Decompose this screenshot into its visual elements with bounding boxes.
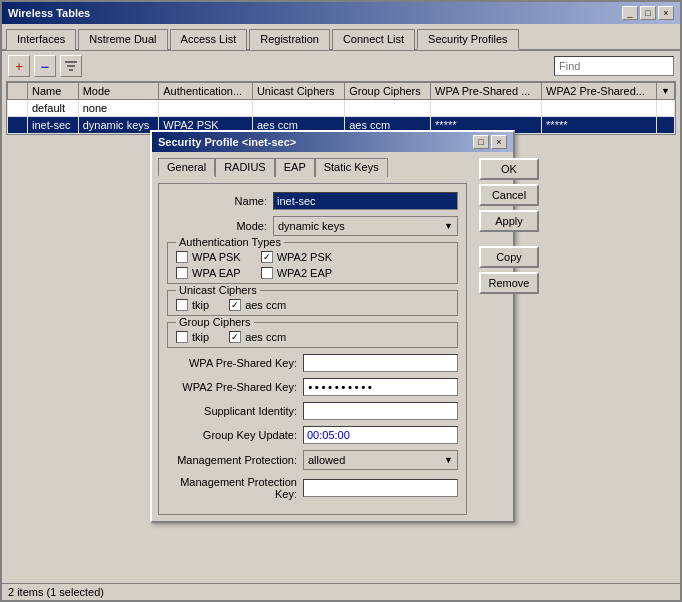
tab-access-list[interactable]: Access List: [170, 29, 248, 50]
wpa-eap-checkbox[interactable]: [176, 267, 188, 279]
col-wpa[interactable]: WPA Pre-Shared ...: [431, 83, 542, 100]
wpa2-psk-checkbox[interactable]: [261, 251, 273, 263]
mgmt-protection-arrow: ▼: [444, 455, 453, 465]
wpa-key-row: WPA Pre-Shared Key:: [167, 354, 458, 372]
supplicant-identity-row: Supplicant Identity:: [167, 402, 458, 420]
mode-field-row: Mode: dynamic keys ▼: [167, 216, 458, 236]
group-ciphers-group: Group Ciphers tkip aes ccm: [167, 322, 458, 348]
wpa2-key-input[interactable]: [303, 378, 458, 396]
group-tkip-item: tkip: [176, 331, 209, 343]
row-extra: [657, 100, 675, 117]
mgmt-protection-label: Management Protection:: [167, 454, 297, 466]
auth-types-label: Authentication Types: [176, 236, 284, 248]
table-row[interactable]: default none: [8, 100, 675, 117]
mgmt-protection-select[interactable]: allowed ▼: [303, 450, 458, 470]
status-text: 2 items (1 selected): [8, 586, 104, 598]
tab-bar: Interfaces Nstreme Dual Access List Regi…: [2, 24, 680, 51]
wpa-eap-item: WPA EAP: [176, 267, 241, 279]
tab-registration[interactable]: Registration: [249, 29, 330, 50]
group-key-update-input[interactable]: [303, 426, 458, 444]
title-bar: Wireless Tables _ □ ×: [2, 2, 680, 24]
wpa2-psk-item: WPA2 PSK: [261, 251, 332, 263]
wpa-eap-label: WPA EAP: [192, 267, 241, 279]
dialog-left-panel: General RADIUS EAP Static Keys Name:: [152, 152, 473, 521]
search-input[interactable]: [554, 56, 674, 76]
mgmt-protection-key-row: Management Protection Key:: [167, 476, 458, 500]
col-mode[interactable]: Mode: [78, 83, 159, 100]
filter-icon: [64, 59, 78, 73]
tab-security-profiles[interactable]: Security Profiles: [417, 29, 518, 50]
ok-button[interactable]: OK: [479, 158, 539, 180]
cancel-button[interactable]: Cancel: [479, 184, 539, 206]
minimize-button[interactable]: _: [622, 6, 638, 20]
mgmt-protection-key-input[interactable]: [303, 479, 458, 497]
name-field-row: Name:: [167, 192, 458, 210]
mode-select-value: dynamic keys: [278, 220, 345, 232]
dialog-tab-content: Name: Mode: dynamic keys ▼: [158, 183, 467, 515]
copy-button[interactable]: Copy: [479, 246, 539, 268]
supplicant-identity-input[interactable]: [303, 402, 458, 420]
wpa-psk-label: WPA PSK: [192, 251, 241, 263]
toolbar: + −: [2, 51, 680, 81]
table-container: Name Mode Authentication... Unicast Ciph…: [6, 81, 676, 135]
unicast-aes-checkbox[interactable]: [229, 299, 241, 311]
dialog-tab-radius[interactable]: RADIUS: [215, 158, 275, 177]
unicast-aes-item: aes ccm: [229, 299, 286, 311]
col-wpa2[interactable]: WPA2 Pre-Shared...: [542, 83, 657, 100]
security-profiles-table: Name Mode Authentication... Unicast Ciph…: [7, 82, 675, 134]
unicast-tkip-checkbox[interactable]: [176, 299, 188, 311]
dialog-tab-static-keys[interactable]: Static Keys: [315, 158, 388, 177]
dialog-right-panel: OK Cancel Apply Copy Remove: [473, 152, 543, 521]
dialog-maximize-button[interactable]: □: [473, 135, 489, 149]
group-aes-checkbox[interactable]: [229, 331, 241, 343]
col-auth[interactable]: Authentication...: [159, 83, 253, 100]
col-group[interactable]: Group Ciphers: [345, 83, 431, 100]
mgmt-protection-key-label: Management Protection Key:: [167, 476, 297, 500]
unicast-tkip-item: tkip: [176, 299, 209, 311]
name-label: Name:: [167, 195, 267, 207]
dialog-tab-bar: General RADIUS EAP Static Keys: [158, 158, 467, 177]
tab-interfaces[interactable]: Interfaces: [6, 29, 76, 50]
dialog-tab-general[interactable]: General: [158, 158, 215, 177]
wpa2-key-label: WPA2 Pre-Shared Key:: [167, 381, 297, 393]
dialog-close-button[interactable]: ×: [491, 135, 507, 149]
unicast-aes-label: aes ccm: [245, 299, 286, 311]
row-mode: dynamic keys: [78, 117, 159, 134]
row-wpa: [431, 100, 542, 117]
dialog-tab-eap[interactable]: EAP: [275, 158, 315, 177]
maximize-button[interactable]: □: [640, 6, 656, 20]
row-unicast: [252, 100, 344, 117]
remove-button[interactable]: Remove: [479, 272, 539, 294]
window-title: Wireless Tables: [8, 7, 90, 19]
unicast-ciphers-row: tkip aes ccm: [176, 299, 449, 311]
row-wpa2: [542, 100, 657, 117]
dialog-title-bar: Security Profile <inet-sec> □ ×: [152, 132, 513, 152]
group-key-update-label: Group Key Update:: [167, 429, 297, 441]
row-indicator: [8, 100, 28, 117]
remove-button[interactable]: −: [34, 55, 56, 77]
mode-select[interactable]: dynamic keys ▼: [273, 216, 458, 236]
wpa2-eap-item: WPA2 EAP: [261, 267, 332, 279]
col-unicast[interactable]: Unicast Ciphers: [252, 83, 344, 100]
row-extra: [657, 117, 675, 134]
tab-connect-list[interactable]: Connect List: [332, 29, 415, 50]
add-button[interactable]: +: [8, 55, 30, 77]
wpa-key-input[interactable]: [303, 354, 458, 372]
col-name[interactable]: Name: [28, 83, 79, 100]
status-bar: 2 items (1 selected): [2, 583, 680, 600]
filter-button[interactable]: [60, 55, 82, 77]
tab-nstreme-dual[interactable]: Nstreme Dual: [78, 29, 167, 50]
name-input[interactable]: [273, 192, 458, 210]
dialog-title-buttons: □ ×: [473, 135, 507, 149]
apply-button[interactable]: Apply: [479, 210, 539, 232]
close-button[interactable]: ×: [658, 6, 674, 20]
group-aes-label: aes ccm: [245, 331, 286, 343]
group-tkip-checkbox[interactable]: [176, 331, 188, 343]
wpa-psk-checkbox[interactable]: [176, 251, 188, 263]
group-ciphers-row: tkip aes ccm: [176, 331, 449, 343]
group-tkip-label: tkip: [192, 331, 209, 343]
auth-types-group: Authentication Types WPA PSK WPA2 PSK: [167, 242, 458, 284]
wpa2-eap-checkbox[interactable]: [261, 267, 273, 279]
wpa2-eap-label: WPA2 EAP: [277, 267, 332, 279]
wpa2-key-row: WPA2 Pre-Shared Key:: [167, 378, 458, 396]
